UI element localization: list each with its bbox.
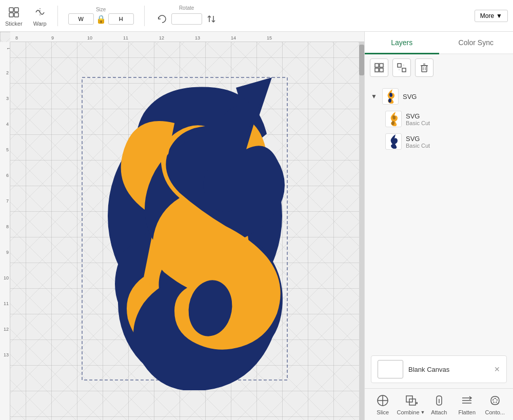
design-svg[interactable] <box>72 72 298 390</box>
layer-child-sublabel-2: Basic Cut <box>406 143 430 149</box>
more-button[interactable]: More ▼ <box>475 10 508 22</box>
ruler-top-15: 15 <box>267 35 272 41</box>
blank-canvas-item[interactable]: Blank Canvas ✕ <box>371 355 507 383</box>
layer-child-row-1[interactable]: SVG Basic Cut <box>365 108 513 130</box>
main-area: 8 9 10 11 12 13 14 15 1 2 3 4 5 6 7 8 9 <box>0 32 513 420</box>
canvas-content <box>10 42 359 420</box>
layer-child-row-2[interactable]: SVG Basic Cut <box>365 130 513 153</box>
combine-label: Combine <box>397 409 420 415</box>
main-toolbar: Sticker Warp Size 🔒 Rotate More <box>0 0 513 32</box>
group-button[interactable] <box>370 58 388 77</box>
more-label: More <box>480 12 494 19</box>
rotate-label: Rotate <box>179 5 194 11</box>
svg-rect-2 <box>9 13 13 17</box>
svg-rect-12 <box>375 64 379 67</box>
ruler-left-11: 11 <box>4 301 9 306</box>
ruler-left-12: 12 <box>4 327 9 332</box>
layers-list: ▼ SVG <box>365 81 513 350</box>
ruler-top-12: 12 <box>159 35 164 41</box>
svg-rect-3 <box>14 13 18 17</box>
scrollbar-thumb[interactable] <box>359 45 364 75</box>
canvas-area[interactable]: 8 9 10 11 12 13 14 15 1 2 3 4 5 6 7 8 9 <box>0 32 364 420</box>
ruler-left-2: 2 <box>6 70 9 75</box>
divider-1 <box>57 6 58 26</box>
svg-rect-17 <box>398 64 401 67</box>
blank-canvas-close-icon[interactable]: ✕ <box>494 365 500 373</box>
warp-icon <box>33 5 47 19</box>
width-input[interactable] <box>68 13 94 25</box>
flatten-label: Flatten <box>458 409 476 415</box>
tab-color-sync[interactable]: Color Sync <box>439 32 514 54</box>
combine-icon <box>404 393 418 408</box>
rotate-inputs: Rotate <box>155 5 219 26</box>
warp-label: Warp <box>33 21 47 27</box>
attach-label: Attach <box>431 409 447 415</box>
svg-rect-0 <box>9 8 13 12</box>
combine-dropdown-icon[interactable]: ▼ <box>421 410 425 415</box>
attach-icon <box>432 393 446 408</box>
tab-layers[interactable]: Layers <box>365 32 439 54</box>
ruler-left-3: 3 <box>6 96 9 101</box>
svg-rect-16 <box>374 63 384 72</box>
delete-button[interactable] <box>415 58 433 77</box>
svg-rect-21 <box>422 66 427 72</box>
ruler-left-1: 1 <box>6 47 10 50</box>
blank-canvas-thumb <box>378 360 403 378</box>
ungroup-button[interactable] <box>392 58 411 77</box>
bottom-toolbar: Slice Combine ▼ <box>365 388 513 420</box>
ruler-left-5: 5 <box>6 147 9 152</box>
blank-canvas-label: Blank Canvas <box>408 366 449 373</box>
warp-tool[interactable]: Warp <box>33 5 47 27</box>
more-chevron-icon: ▼ <box>496 12 502 19</box>
layer-group-svg: ▼ SVG <box>365 85 513 153</box>
svg-rect-15 <box>380 68 383 72</box>
svg-rect-14 <box>375 68 379 72</box>
layer-sub-1: SVG Basic Cut <box>406 112 430 126</box>
vertical-scrollbar[interactable] <box>359 42 364 420</box>
layer-child-name-1: SVG <box>406 112 430 120</box>
layer-thumb-svg-group <box>382 88 399 105</box>
layer-child-sublabel-1: Basic Cut <box>406 120 430 126</box>
combine-button[interactable]: Combine ▼ <box>397 393 425 415</box>
rotate-arrows-icon <box>204 12 219 26</box>
layer-row-svg-group[interactable]: ▼ SVG <box>365 85 513 108</box>
slice-icon <box>376 393 390 408</box>
panel-tabs: Layers Color Sync <box>365 32 513 54</box>
ruler-left-10: 10 <box>4 275 9 281</box>
svg-rect-18 <box>402 68 406 72</box>
slice-label: Slice <box>377 409 389 415</box>
divider-2 <box>144 6 145 26</box>
layer-thumb-child-2 <box>385 133 402 150</box>
contour-button[interactable]: Conto... <box>481 393 509 415</box>
ruler-left: 1 2 3 4 5 6 7 8 9 10 11 12 13 <box>0 42 10 420</box>
layer-sub-2: SVG Basic Cut <box>406 135 430 149</box>
blank-canvas-section: Blank Canvas ✕ <box>365 350 513 388</box>
ruler-left-13: 13 <box>4 352 9 357</box>
ruler-top-11: 11 <box>123 35 128 41</box>
sticker-label: Sticker <box>5 21 23 27</box>
lock-icon: 🔒 <box>96 14 106 24</box>
ruler-left-9: 9 <box>6 250 9 255</box>
sticker-icon <box>7 5 21 19</box>
ruler-left-8: 8 <box>6 224 9 229</box>
right-panel: Layers Color Sync <box>364 32 513 420</box>
chevron-down-icon: ▼ <box>371 93 378 100</box>
height-input[interactable] <box>108 13 134 25</box>
sticker-tool[interactable]: Sticker <box>5 5 23 27</box>
ruler-top-9: 9 <box>51 35 54 41</box>
ruler-left-7: 7 <box>6 198 9 204</box>
flatten-button[interactable]: Flatten <box>453 393 481 415</box>
ruler-top-14: 14 <box>231 35 236 41</box>
panel-toolbar <box>365 54 513 81</box>
svg-rect-13 <box>380 64 383 67</box>
contour-label: Conto... <box>485 409 505 415</box>
ruler-top-8: 8 <box>15 35 18 41</box>
size-label: Size <box>96 7 106 12</box>
attach-button[interactable]: Attach <box>425 393 453 415</box>
ruler-left-4: 4 <box>6 122 9 127</box>
rotate-input[interactable] <box>171 13 202 25</box>
slice-button[interactable]: Slice <box>369 393 397 415</box>
layer-name-svg-group: SVG <box>403 93 417 101</box>
rotate-icon <box>155 12 169 26</box>
contour-icon <box>488 393 502 408</box>
